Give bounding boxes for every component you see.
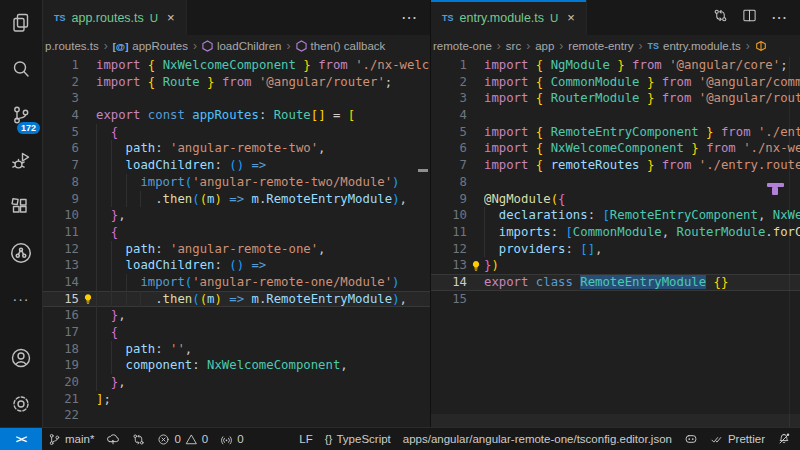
glyph-margin xyxy=(467,274,484,291)
code-line[interactable]: 16}, xyxy=(43,307,430,324)
breadcrumb-item[interactable] xyxy=(755,40,767,52)
code-line[interactable]: 18path: '', xyxy=(43,341,430,358)
accounts-icon[interactable] xyxy=(0,335,42,381)
code-line[interactable]: 9@NgModule({ xyxy=(431,191,800,208)
code-line[interactable]: 11imports: [CommonModule, RouterModule.f… xyxy=(431,224,800,241)
code-line[interactable]: 14import('angular-remote-one/Module') xyxy=(43,274,430,291)
activity-bar: 172 ··· xyxy=(0,0,43,427)
code-line[interactable]: 4export const appRoutes: Route[] = [ xyxy=(43,107,430,124)
glyph-margin xyxy=(79,241,96,258)
code-editor-right[interactable]: 1import { NgModule } from '@angular/core… xyxy=(431,57,800,427)
code-line[interactable]: 15.then((m) => m.RemoteEntryModule), xyxy=(43,291,430,308)
git-branch-item[interactable]: main* xyxy=(42,428,100,450)
close-icon[interactable]: × xyxy=(567,10,575,25)
code-line[interactable]: 15 xyxy=(431,291,800,308)
problems-item[interactable]: 0 0 xyxy=(151,428,214,450)
breadcrumb[interactable]: remote-one›src›app›remote-entry›TSentry.… xyxy=(431,35,800,57)
remote-indicator[interactable]: >< xyxy=(0,428,42,450)
code-line[interactable]: 1import { NxWelcomeComponent } from './n… xyxy=(43,57,430,74)
tsconfig-item[interactable]: apps/angular/angular-remote-one/tsconfig… xyxy=(397,428,678,450)
overview-ruler[interactable] xyxy=(789,57,800,427)
code-line[interactable]: 13}) xyxy=(431,257,800,274)
formatter-item[interactable]: Prettier xyxy=(704,428,771,450)
compare-changes-item[interactable] xyxy=(126,428,151,450)
line-number: 22 xyxy=(43,407,79,424)
breadcrumb-item[interactable]: src xyxy=(506,40,521,52)
code-line[interactable]: 20}, xyxy=(43,374,430,391)
breadcrumb-item[interactable]: [@]appRoutes xyxy=(113,40,188,52)
code-line[interactable]: 21]; xyxy=(43,391,430,408)
code-line[interactable]: 4 xyxy=(431,107,800,124)
split-editor-icon[interactable] xyxy=(742,8,757,27)
glyph-margin xyxy=(467,224,484,241)
breadcrumb-item[interactable]: app xyxy=(535,40,554,52)
code-line[interactable]: 5import { RemoteEntryComponent } from '.… xyxy=(431,124,800,141)
breadcrumb-label: entry.module.ts xyxy=(663,40,741,52)
code-line[interactable]: 6import { NxWelcomeComponent } from './n… xyxy=(431,140,800,157)
publish-changes-item[interactable] xyxy=(100,428,126,450)
code-line[interactable]: 8import('angular-remote-two/Module') xyxy=(43,174,430,191)
nx-console-icon[interactable] xyxy=(0,230,42,276)
settings-gear-icon[interactable] xyxy=(0,381,42,427)
breadcrumb-separator: › xyxy=(746,39,750,53)
breadcrumb-item[interactable]: remote-entry xyxy=(568,40,633,52)
code-line[interactable]: 22 xyxy=(43,407,430,424)
code-line[interactable]: 7loadChildren: () => xyxy=(43,157,430,174)
breadcrumb-item[interactable]: p.routes.ts xyxy=(45,40,99,52)
more-actions-icon[interactable]: ⋯ xyxy=(771,8,787,27)
code-line[interactable]: 7import { remoteRoutes } from './entry.r… xyxy=(431,157,800,174)
breadcrumb[interactable]: p.routes.ts›[@]appRoutes›loadChildren›th… xyxy=(43,35,430,57)
code-line[interactable]: 2import { CommonModule } from '@angular/… xyxy=(431,74,800,91)
code-line[interactable]: 9.then((m) => m.RemoteEntryModule), xyxy=(43,191,430,208)
breadcrumb-item[interactable]: TSentry.module.ts xyxy=(648,40,741,52)
code-text: path: '', xyxy=(96,341,430,358)
line-number: 2 xyxy=(43,74,79,91)
close-icon[interactable]: × xyxy=(167,10,175,25)
breadcrumb-item[interactable]: then() callback xyxy=(296,40,386,52)
code-line[interactable]: 10}, xyxy=(43,207,430,224)
search-icon[interactable] xyxy=(0,46,42,92)
glyph-margin xyxy=(79,157,96,174)
breadcrumb-separator: › xyxy=(526,39,530,53)
code-line[interactable]: 12path: 'angular-remote-one', xyxy=(43,241,430,258)
breadcrumb-item[interactable]: loadChildren xyxy=(202,40,282,52)
ports-item[interactable]: 0 xyxy=(214,428,249,450)
code-text: import { NgModule } from '@angular/core'… xyxy=(484,57,800,74)
eol-item[interactable]: LF xyxy=(293,428,318,450)
breadcrumb-item[interactable]: remote-one xyxy=(433,40,492,52)
code-line[interactable]: 1import { NgModule } from '@angular/core… xyxy=(431,57,800,74)
code-line[interactable]: 3import { RouterModule } from '@angular/… xyxy=(431,90,800,107)
code-line[interactable]: 11{ xyxy=(43,224,430,241)
lightbulb-icon[interactable] xyxy=(470,259,482,273)
code-line[interactable]: 14export class RemoteEntryModule {} xyxy=(431,274,800,291)
code-line[interactable]: 6path: 'angular-remote-two', xyxy=(43,140,430,157)
extensions-icon[interactable] xyxy=(0,184,42,230)
more-actions-icon[interactable]: ⋯ xyxy=(401,8,417,27)
code-line[interactable]: 8 xyxy=(431,174,800,191)
code-line[interactable]: 10declarations: [RemoteEntryComponent, N… xyxy=(431,207,800,224)
source-control-icon[interactable]: 172 xyxy=(0,92,42,138)
code-line[interactable]: 19component: NxWelcomeComponent, xyxy=(43,357,430,374)
language-mode-item[interactable]: {} TypeScript xyxy=(319,428,397,450)
horizontal-scrollbar[interactable] xyxy=(431,414,800,427)
code-line[interactable]: 12providers: [], xyxy=(431,241,800,258)
code-line[interactable]: 13loadChildren: () => xyxy=(43,257,430,274)
glyph-margin xyxy=(79,107,96,124)
tab-app-routes[interactable]: TS app.routes.ts U × xyxy=(43,0,187,35)
code-line[interactable]: 3 xyxy=(43,90,430,107)
code-editor-left[interactable]: 1import { NxWelcomeComponent } from './n… xyxy=(43,57,430,427)
open-changes-icon[interactable] xyxy=(713,8,728,27)
notifications-item[interactable] xyxy=(771,428,800,450)
branch-icon xyxy=(48,433,61,446)
code-line[interactable]: 2import { Route } from '@angular/router'… xyxy=(43,74,430,91)
lightbulb-icon[interactable] xyxy=(82,292,94,306)
code-line[interactable]: 5{ xyxy=(43,124,430,141)
line-number: 3 xyxy=(431,90,467,107)
explorer-icon[interactable] xyxy=(0,0,42,46)
glyph-margin xyxy=(467,207,484,224)
additional-views-icon[interactable]: ··· xyxy=(0,276,42,322)
code-line[interactable]: 17{ xyxy=(43,324,430,341)
copilot-item[interactable] xyxy=(678,428,704,450)
run-and-debug-icon[interactable] xyxy=(0,138,42,184)
tab-entry-module[interactable]: TS entry.module.ts U × xyxy=(431,0,587,35)
